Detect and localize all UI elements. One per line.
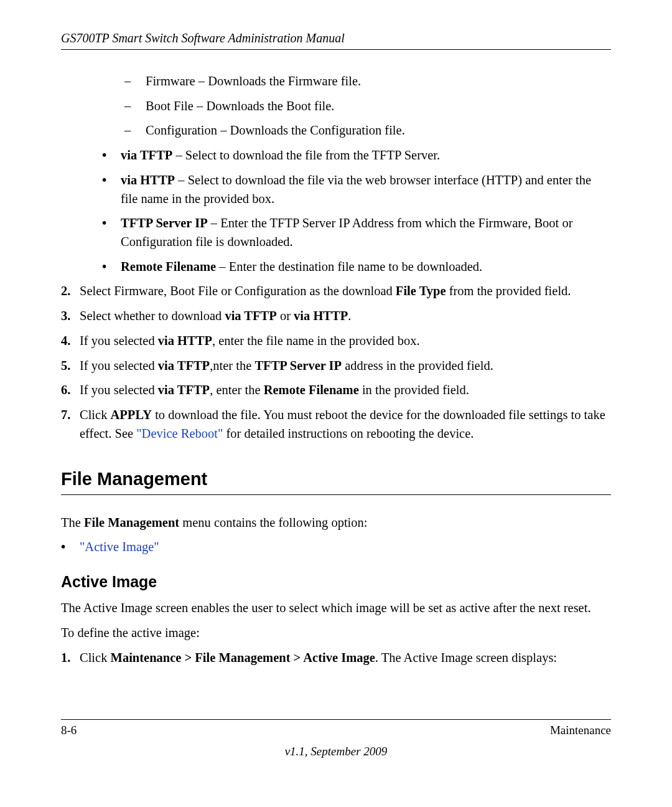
- term: via HTTP: [158, 334, 212, 347]
- step-marker: 1.: [61, 649, 70, 668]
- heading-file-management: File Management: [61, 466, 611, 495]
- page: GS700TP Smart Switch Software Administra…: [0, 0, 672, 807]
- list-item: via TFTP – Select to download the file f…: [102, 146, 611, 165]
- heading-active-image: Active Image: [61, 570, 611, 593]
- text: for detailed instructions on rebooting t…: [223, 427, 474, 440]
- text: .: [348, 309, 351, 323]
- term: TFTP Server IP: [121, 216, 208, 230]
- text: If you selected: [80, 334, 158, 347]
- step-3: 3. Select whether to download via TFTP o…: [61, 307, 611, 326]
- term: via TFTP: [225, 309, 276, 323]
- list-item: Firmware – Downloads the Firmware file.: [124, 72, 611, 91]
- step-2: 2. Select Firmware, Boot File or Configu…: [61, 282, 611, 301]
- list-item: Remote Filename – Enter the destination …: [102, 258, 611, 276]
- term: via HTTP: [294, 309, 348, 323]
- text: Select whether to download: [80, 309, 225, 323]
- term: File Management: [84, 516, 179, 529]
- text: , enter the: [210, 383, 264, 397]
- text: from the provided field.: [446, 284, 571, 298]
- text: The: [61, 516, 84, 529]
- list-item: via HTTP – Select to download the file v…: [102, 171, 611, 208]
- text: , enter the file name in the provided bo…: [212, 334, 420, 347]
- dash-list: Firmware – Downloads the Firmware file. …: [124, 72, 611, 140]
- term: File Type: [396, 284, 446, 298]
- step-6: 6. If you selected via TFTP, enter the R…: [61, 381, 611, 400]
- continued-list-block: Firmware – Downloads the Firmware file. …: [80, 72, 611, 276]
- term: APPLY: [111, 408, 152, 422]
- body-content: Firmware – Downloads the Firmware file. …: [61, 72, 611, 667]
- term: via HTTP: [121, 173, 175, 187]
- text: If you selected: [80, 383, 158, 397]
- list-item: Configuration – Downloads the Configurat…: [124, 121, 611, 140]
- text: – Select to download the file via the we…: [121, 173, 591, 205]
- link-active-image[interactable]: "Active Image": [80, 540, 159, 554]
- step-7: 7. Click APPLY to download the file. You…: [61, 406, 611, 443]
- numbered-steps: 2. Select Firmware, Boot File or Configu…: [61, 282, 611, 443]
- text: Click: [80, 408, 111, 422]
- text: ,nter the: [210, 359, 254, 372]
- running-header: GS700TP Smart Switch Software Administra…: [61, 31, 611, 50]
- text: Click: [80, 651, 111, 664]
- numbered-steps: 1. Click Maintenance > File Management >…: [61, 649, 611, 668]
- text: in the provided field.: [359, 383, 469, 397]
- page-footer: 8-6 Maintenance: [61, 719, 611, 737]
- text: address in the provided field.: [342, 359, 493, 372]
- step-marker: 5.: [61, 357, 70, 375]
- step-marker: 2.: [61, 282, 70, 301]
- step-marker: 4.: [61, 332, 70, 351]
- footer-section: Maintenance: [550, 724, 611, 737]
- paragraph: The Active Image screen enables the user…: [61, 599, 611, 618]
- page-number: 8-6: [61, 724, 77, 737]
- step-4: 4. If you selected via HTTP, enter the f…: [61, 332, 611, 351]
- text: – Select to download the file from the T…: [172, 148, 440, 162]
- text: menu contains the following option:: [179, 516, 367, 529]
- text: If you selected: [80, 359, 158, 372]
- text: – Enter the destination file name to be …: [216, 260, 482, 273]
- step-marker: 6.: [61, 381, 70, 400]
- paragraph: To define the active image:: [61, 624, 611, 643]
- text: Select Firmware, Boot File or Configurat…: [80, 284, 396, 298]
- term: via TFTP: [121, 148, 172, 162]
- term: via TFTP: [158, 383, 210, 397]
- paragraph: The File Management menu contains the fo…: [61, 514, 611, 532]
- list-item: Boot File – Downloads the Boot file.: [124, 97, 611, 116]
- footer-version: v1.1, September 2009: [0, 745, 672, 758]
- link-device-reboot[interactable]: "Device Reboot": [136, 427, 223, 440]
- text: . The Active Image screen displays:: [375, 651, 557, 664]
- bullet-list: via TFTP – Select to download the file f…: [102, 146, 611, 276]
- bullet-list: "Active Image": [61, 538, 611, 557]
- step-marker: 7.: [61, 406, 70, 425]
- list-item: "Active Image": [61, 538, 611, 557]
- text: or: [277, 309, 294, 323]
- term: Maintenance > File Management > Active I…: [111, 651, 375, 664]
- term: Remote Filename: [264, 383, 359, 397]
- term: Remote Filename: [121, 260, 216, 273]
- step-1: 1. Click Maintenance > File Management >…: [61, 649, 611, 668]
- step-5: 5. If you selected via TFTP,nter the TFT…: [61, 357, 611, 375]
- term: via TFTP: [158, 359, 210, 372]
- list-item: TFTP Server IP – Enter the TFTP Server I…: [102, 214, 611, 251]
- step-marker: 3.: [61, 307, 70, 326]
- term: TFTP Server IP: [254, 359, 342, 372]
